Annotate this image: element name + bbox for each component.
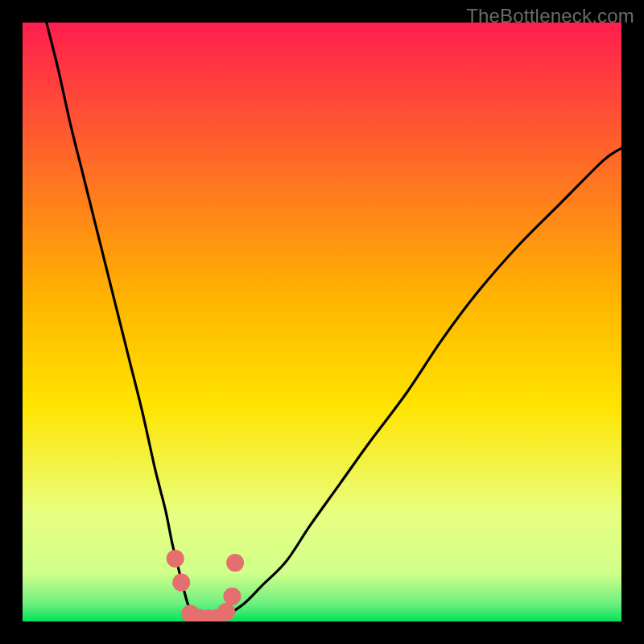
optimal-dot <box>217 603 235 621</box>
optimal-dot <box>226 554 244 572</box>
optimal-dot <box>223 588 241 605</box>
gradient-background <box>23 23 621 621</box>
chart-svg <box>23 23 621 621</box>
optimal-dot <box>167 550 184 568</box>
outer-frame: TheBottleneck.com <box>0 0 644 644</box>
optimal-dot <box>172 574 190 592</box>
plot-area <box>23 23 621 621</box>
